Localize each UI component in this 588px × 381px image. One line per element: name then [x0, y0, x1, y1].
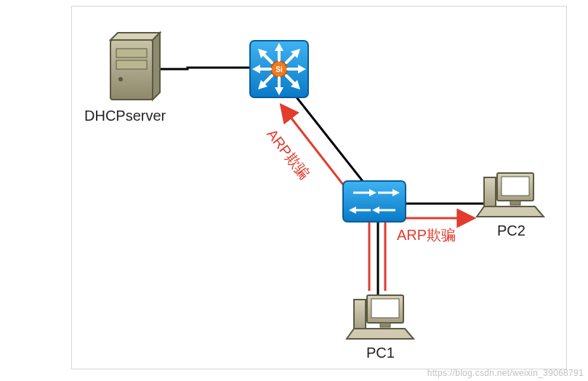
dhcp-server-label: DHCPserver	[84, 108, 166, 124]
diagram-canvas: Si	[0, 0, 588, 381]
watermark-text: https://blog.csdn.net/weixin_39068791	[427, 368, 584, 378]
pc1-label: PC1	[366, 345, 395, 361]
pc2-label: PC2	[497, 222, 525, 239]
diagram-border	[71, 6, 567, 369]
arp-spoof-label-2: ARP欺骗	[397, 225, 456, 245]
